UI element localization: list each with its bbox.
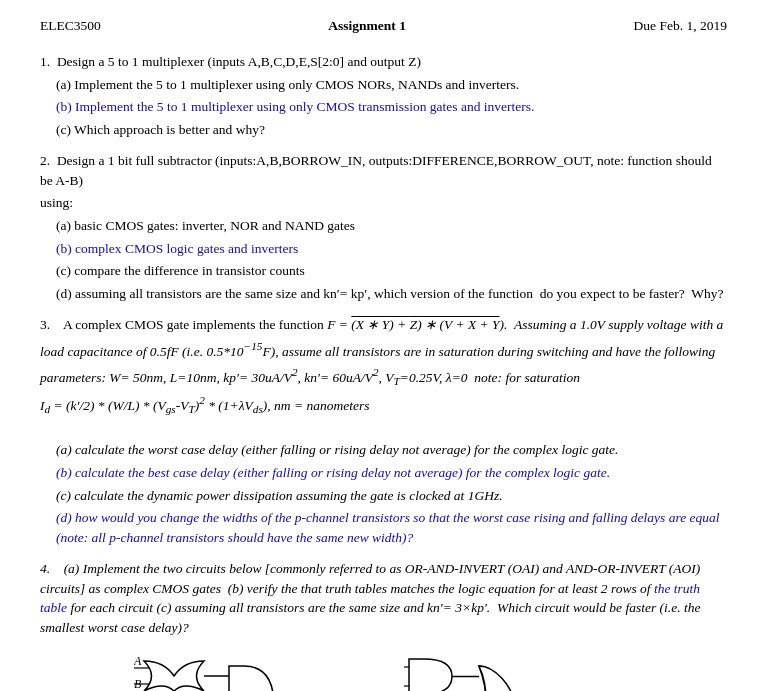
due-date: Due Feb. 1, 2019: [634, 18, 727, 34]
question-2: 2. Design a 1 bit full subtractor (input…: [40, 151, 727, 303]
q2-using: using:: [40, 193, 727, 213]
main-content: 1. Design a 5 to 1 multiplexer (inputs A…: [40, 52, 727, 691]
q2-parta: (a) basic CMOS gates: inverter, NOR and …: [56, 216, 727, 236]
q1-main: 1. Design a 5 to 1 multiplexer (inputs A…: [40, 52, 727, 72]
course-code: ELEC3500: [40, 18, 101, 34]
q1-parta: (a) Implement the 5 to 1 multiplexer usi…: [56, 75, 727, 95]
q3-cont2: parameters: W= 50nm, L=10nm, kp′= 30uA/V…: [40, 364, 727, 390]
q1-partb: (b) Implement the 5 to 1 multiplexer usi…: [56, 97, 727, 117]
q2-partc: (c) compare the difference in transistor…: [56, 261, 727, 281]
q3-parta: (a) calculate the worst case delay (eith…: [56, 440, 727, 460]
q3-main: 3. A complex CMOS gate implements the fu…: [40, 315, 727, 335]
page-header: ELEC3500 Assignment 1 Due Feb. 1, 2019: [40, 18, 727, 34]
svg-text:B: B: [134, 677, 142, 691]
q3-formula: F = (X ∗ Y) + Z) ∗ (V + X + Y): [327, 317, 504, 332]
circuit-diagrams: A B C D: [40, 651, 727, 691]
q3-partc: (c) calculate the dynamic power dissipat…: [56, 486, 727, 506]
oai-svg: A B C D: [134, 651, 324, 691]
aoi-circuit: A B C D: [404, 651, 634, 691]
question-3: 3. A complex CMOS gate implements the fu…: [40, 315, 727, 547]
q3-cont1: load capacitance of 0.5fF (i.e. 0.5*10−1…: [40, 338, 727, 361]
q3-partd: (d) how would you change the widths of t…: [56, 508, 727, 547]
q3-partb: (b) calculate the best case delay (eithe…: [56, 463, 727, 483]
question-4: 4. (a) Implement the two circuits below …: [40, 559, 727, 691]
q1-partc: (c) Which approach is better and why?: [56, 120, 727, 140]
svg-text:A: A: [134, 654, 142, 668]
q2-main: 2. Design a 1 bit full subtractor (input…: [40, 151, 727, 190]
q2-partb: (b) complex CMOS logic gates and inverte…: [56, 239, 727, 259]
q3-formula2: Id = (k′/2) * (W/L) * (Vgs-VT)2 * (1+λVd…: [40, 392, 727, 418]
assignment-title: Assignment 1: [328, 18, 406, 34]
aoi-svg: A B C D: [404, 651, 634, 691]
q2-partd: (d) assuming all transistors are the sam…: [56, 284, 727, 304]
question-1: 1. Design a 5 to 1 multiplexer (inputs A…: [40, 52, 727, 139]
oai-circuit: A B C D: [134, 651, 324, 691]
q4-main: 4. (a) Implement the two circuits below …: [40, 559, 727, 637]
